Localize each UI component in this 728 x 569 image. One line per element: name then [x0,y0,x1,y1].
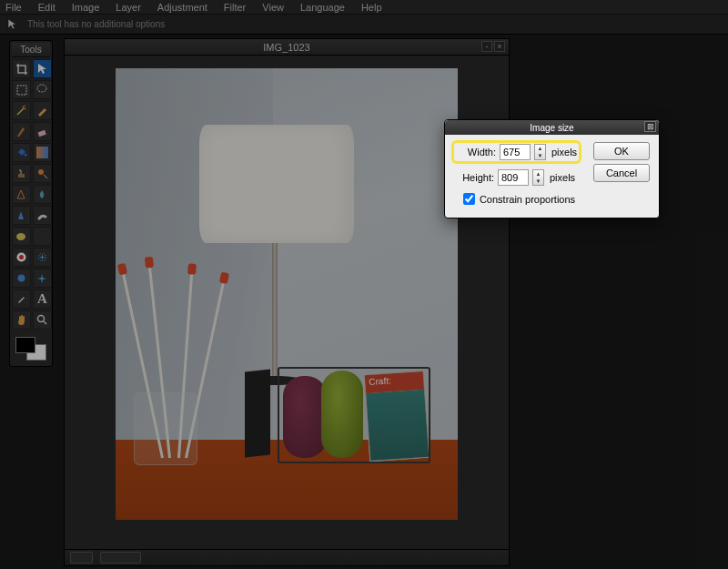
menu-bar: File Edit Image Layer Adjustment Filter … [0,0,728,15]
svg-point-6 [38,169,44,175]
menu-layer[interactable]: Layer [116,2,141,13]
marquee-tool[interactable] [12,80,31,99]
color-swatches[interactable] [12,333,50,364]
move-tool[interactable] [33,59,52,78]
dialog-close-button[interactable]: ⊠ [644,121,656,132]
tools-panel-title: Tools [12,43,50,57]
width-label: Width: [456,147,496,157]
svg-point-1 [37,85,46,92]
lasso-tool[interactable] [33,80,52,99]
svg-point-10 [19,255,24,259]
menu-language[interactable]: Language [300,2,345,13]
close-window-button[interactable]: × [494,41,505,52]
sponge-tool[interactable] [12,227,31,246]
work-area: Tools A [0,35,728,569]
menu-file[interactable]: File [5,2,22,13]
document-window: IMG_1023 ‑ × [64,38,510,566]
sharpen-tool[interactable] [12,206,31,225]
menu-help[interactable]: Help [361,2,382,13]
options-bar: This tool has no additional options [0,15,728,35]
image-size-dialog: Image size ⊠ Width: ▲▼ pixels Height: ▲▼… [444,119,660,218]
height-unit: pixels [550,172,575,183]
wand-tool[interactable] [12,101,31,120]
height-label: Height: [454,172,494,183]
menu-adjustment[interactable]: Adjustment [157,2,207,13]
chevron-up-icon: ▲ [533,170,543,178]
menu-filter[interactable]: Filter [224,2,246,13]
constrain-proportions-label: Constrain proportions [480,194,575,205]
options-message: This tool has no additional options [27,19,165,29]
svg-point-7 [16,233,25,240]
height-input[interactable] [498,169,529,186]
svg-rect-5 [18,174,25,178]
width-stepper[interactable]: ▲▼ [534,144,546,160]
blur-tool[interactable] [33,185,52,204]
svg-point-13 [24,295,26,298]
document-statusbar [65,549,509,565]
bloat-tool[interactable] [12,269,31,288]
dialog-title: Image size [530,123,573,133]
eyedropper-tool[interactable] [12,290,31,309]
red-eye-tool[interactable] [12,248,31,267]
svg-rect-0 [17,86,26,95]
chevron-down-icon: ▼ [533,178,543,185]
height-stepper[interactable]: ▲▼ [532,169,544,186]
hand-tool[interactable] [12,310,31,330]
document-title: IMG_1023 [263,42,309,53]
menu-edit[interactable]: Edit [38,2,56,13]
constrain-proportions-checkbox[interactable] [463,193,475,205]
minimize-window-button[interactable]: ‑ [481,41,492,52]
width-input[interactable] [500,144,531,160]
menu-view[interactable]: View [262,2,284,13]
menu-image[interactable]: Image [72,2,100,13]
svg-point-3 [25,154,27,157]
smudge-tool[interactable] [33,206,52,225]
pencil-tool[interactable] [33,101,52,120]
dodge-tool[interactable] [33,227,52,246]
dialog-titlebar[interactable]: Image size ⊠ [445,120,659,135]
canvas-area[interactable]: Craft: [65,56,509,549]
svg-point-14 [38,316,45,322]
spot-heal-tool[interactable] [33,248,52,267]
zoom-tool[interactable] [33,310,52,330]
ok-button[interactable]: OK [593,142,650,160]
status-info [100,552,141,564]
svg-point-12 [18,275,25,282]
clone-stamp-tool[interactable] [12,164,31,183]
svg-rect-4 [36,147,48,158]
eraser-tool[interactable] [33,122,52,141]
pinch-tool[interactable] [33,269,52,288]
chevron-up-icon: ▲ [535,145,545,152]
drawing-tool[interactable] [12,185,31,204]
paint-bucket-tool[interactable] [12,143,31,162]
zoom-indicator[interactable] [70,552,93,564]
document-titlebar[interactable]: IMG_1023 ‑ × [65,39,509,56]
type-tool[interactable]: A [33,290,52,309]
width-unit: pixels [551,147,577,157]
color-replace-tool[interactable] [33,164,52,183]
gradient-tool[interactable] [33,143,52,162]
brush-tool[interactable] [12,122,31,141]
tools-panel: Tools A [9,40,53,367]
document-image: Craft: [116,68,458,520]
move-tool-icon [5,17,20,32]
svg-rect-2 [38,130,46,137]
crop-tool[interactable] [12,59,31,78]
cancel-button[interactable]: Cancel [593,164,650,182]
svg-point-8 [38,232,44,238]
chevron-down-icon: ▼ [535,152,545,159]
foreground-color-swatch[interactable] [15,337,35,353]
